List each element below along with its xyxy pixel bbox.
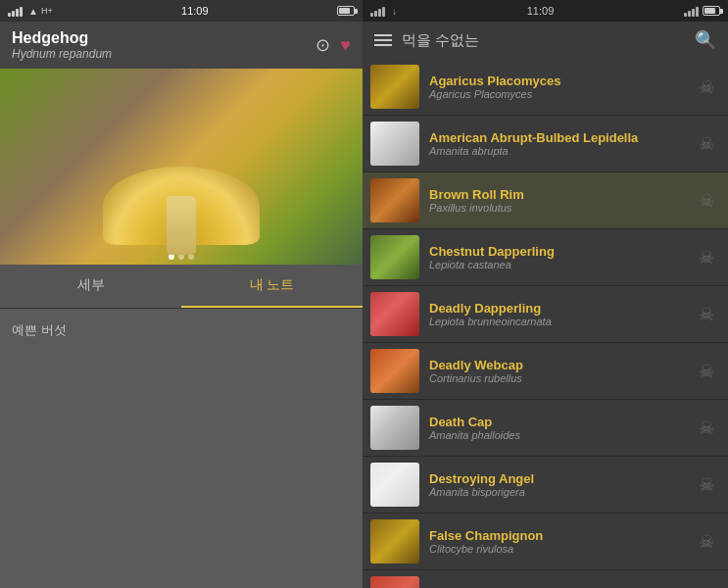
- item-thumbnail: [370, 519, 419, 564]
- item-latin: Agaricus Placomyces: [429, 88, 693, 100]
- poison-icon: ☠: [693, 244, 720, 271]
- item-name: Death Cap: [429, 415, 693, 429]
- dot-2: [178, 254, 184, 260]
- poison-icon: ☠: [693, 415, 720, 442]
- list-item[interactable]: False Champignon Clitocybe rivulosa ☠: [363, 514, 728, 570]
- item-latin: Paxillus involutus: [429, 202, 693, 214]
- notes-text: 예쁜 버섯: [12, 322, 67, 337]
- item-latin: Amanita bisporigera: [429, 486, 693, 498]
- list-item[interactable]: Death Cap Amanita phalloides ☠: [363, 400, 728, 457]
- image-dots: [169, 254, 194, 260]
- item-latin: Amanita abrupta: [429, 145, 693, 157]
- header-right-left: 먹을 수없는: [374, 31, 479, 50]
- list-title: 먹을 수없는: [402, 31, 479, 50]
- list-item[interactable]: American Abrupt-Bulbed Lepidella Amanita…: [363, 116, 728, 172]
- time-display-right: 11:09: [527, 5, 555, 17]
- list-item[interactable]: Deadly Webcap Cortinarius rubellus ☠: [363, 343, 728, 400]
- item-latin: Amanita phalloides: [429, 429, 693, 441]
- item-name: Deadly Dapperling: [429, 301, 693, 316]
- menu-line-2: [374, 39, 392, 41]
- download-icon: ↓: [392, 6, 397, 17]
- tab-details[interactable]: 세부: [0, 265, 181, 308]
- list-item[interactable]: False Morel Gyromitra esculenta ☠: [363, 570, 728, 588]
- skull-icon: ☠: [699, 474, 714, 496]
- poison-icon: ☠: [693, 528, 720, 556]
- signal-icon: [8, 5, 23, 17]
- poison-icon: ☠: [693, 130, 720, 158]
- item-thumbnail: [370, 292, 419, 336]
- camera-icon[interactable]: ⊙: [315, 34, 330, 56]
- battery-icon-left: [337, 6, 355, 16]
- list-item[interactable]: Chestnut Dapperling Lepiota castanea ☠: [363, 229, 728, 286]
- item-info: Brown Roll Rim Paxillus involutus: [429, 187, 693, 214]
- item-latin: Cortinarius rubellus: [429, 372, 693, 384]
- menu-line-1: [374, 34, 392, 36]
- status-bar-right: ↓ 11:09: [363, 0, 728, 22]
- item-info: American Abrupt-Bulbed Lepidella Amanita…: [429, 130, 693, 157]
- right-battery-block: [684, 5, 720, 17]
- wifi-icon: ▲: [28, 6, 38, 17]
- mushroom-photo: [0, 69, 363, 265]
- item-latin: Lepiota castanea: [429, 259, 693, 270]
- poison-icon: ☠: [693, 471, 720, 499]
- item-thumbnail: [370, 576, 419, 588]
- poison-icon: ☠: [693, 74, 720, 101]
- item-name: Brown Roll Rim: [429, 187, 693, 202]
- poison-icon: ☠: [693, 358, 720, 385]
- skull-icon: ☠: [699, 417, 714, 439]
- battery-icon-right: [703, 6, 720, 16]
- skull-icon: ☠: [699, 133, 714, 155]
- header-right: 먹을 수없는 🔍: [363, 22, 728, 59]
- data-icon: H+: [41, 6, 53, 16]
- favorite-icon[interactable]: ♥: [340, 35, 351, 56]
- header-left: Hedgehog Hydnum repandum ⊙ ♥: [0, 22, 363, 69]
- mushroom-title-block: Hedgehog Hydnum repandum: [12, 29, 112, 61]
- dot-1: [169, 254, 174, 260]
- header-action-icons: ⊙ ♥: [315, 34, 351, 56]
- item-thumbnail: [370, 235, 419, 279]
- poison-icon: ☠: [693, 585, 720, 589]
- item-name: Chestnut Dapperling: [429, 244, 693, 259]
- list-item[interactable]: Deadly Dapperling Lepiota brunneoincarna…: [363, 286, 728, 343]
- poison-icon: ☠: [693, 301, 720, 328]
- item-name: False Champignon: [429, 528, 693, 543]
- item-thumbnail: [370, 178, 419, 222]
- item-info: False Champignon Clitocybe rivulosa: [429, 528, 693, 555]
- item-thumbnail: [370, 463, 419, 507]
- menu-icon[interactable]: [374, 34, 392, 46]
- skull-icon: ☠: [699, 361, 714, 382]
- item-latin: Clitocybe rivulosa: [429, 543, 693, 555]
- list-item[interactable]: Brown Roll Rim Paxillus involutus ☠: [363, 172, 728, 229]
- tab-notes[interactable]: 내 노트: [181, 265, 363, 308]
- skull-icon: ☠: [699, 304, 714, 325]
- item-latin: Lepiota brunneoincarnata: [429, 316, 693, 327]
- item-thumbnail: [370, 122, 419, 166]
- list-item[interactable]: Agaricus Placomyces Agaricus Placomyces …: [363, 59, 728, 116]
- item-name: Destroying Angel: [429, 471, 693, 486]
- tabs: 세부 내 노트: [0, 265, 363, 309]
- item-thumbnail: [370, 349, 419, 393]
- list-item[interactable]: Destroying Angel Amanita bisporigera ☠: [363, 457, 728, 514]
- mushroom-latin-name: Hydnum repandum: [12, 47, 112, 61]
- status-icons-left: ▲ H+: [8, 5, 53, 17]
- signal-icon-right: [370, 5, 385, 17]
- item-name: American Abrupt-Bulbed Lepidella: [429, 130, 693, 145]
- time-display-left: 11:09: [181, 5, 209, 17]
- notes-content: 예쁜 버섯: [0, 309, 363, 588]
- right-panel: ↓ 11:09 먹을 수없는 🔍 Agaricu: [363, 0, 728, 588]
- dot-3: [188, 254, 194, 260]
- item-info: Destroying Angel Amanita bisporigera: [429, 471, 693, 498]
- skull-icon: ☠: [699, 76, 714, 98]
- signal-icon-right2: [684, 5, 699, 17]
- menu-line-3: [374, 44, 392, 46]
- item-name: Deadly Webcap: [429, 358, 693, 372]
- mushroom-list: Agaricus Placomyces Agaricus Placomyces …: [363, 59, 728, 588]
- skull-icon: ☠: [699, 247, 714, 269]
- item-name: Agaricus Placomyces: [429, 74, 693, 88]
- status-bar-left: ▲ H+ 11:09: [0, 0, 363, 22]
- item-info: Chestnut Dapperling Lepiota castanea: [429, 244, 693, 270]
- status-icons-right: ↓: [370, 5, 397, 17]
- skull-icon: ☠: [699, 190, 714, 212]
- item-thumbnail: [370, 65, 419, 109]
- search-icon[interactable]: 🔍: [695, 29, 716, 51]
